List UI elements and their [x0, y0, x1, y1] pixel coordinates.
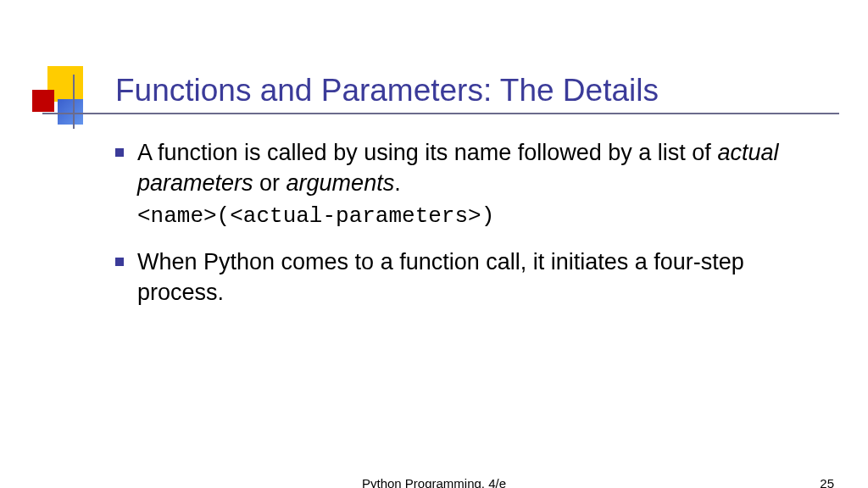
footer-center-text: Python Programming, 4/e	[362, 476, 506, 488]
bullet-text: A function is called by using its name f…	[137, 137, 836, 231]
italic-text: arguments	[287, 170, 395, 196]
text-run: or	[253, 170, 287, 196]
blue-square	[58, 99, 83, 125]
bullet-icon	[115, 258, 124, 266]
code-text: <name>(<actual-parameters>)	[137, 203, 494, 229]
text-run: .	[394, 170, 401, 196]
slide-decoration	[32, 66, 92, 125]
vertical-rule	[73, 75, 75, 129]
list-item: When Python comes to a function call, it…	[115, 247, 836, 308]
text-run: A function is called by using its name f…	[137, 140, 717, 165]
page-number: 25	[820, 476, 834, 488]
slide-content: A function is called by using its name f…	[115, 137, 836, 324]
list-item: A function is called by using its name f…	[115, 137, 836, 231]
bullet-icon	[115, 148, 124, 157]
bullet-text: When Python comes to a function call, it…	[137, 247, 836, 308]
red-square	[32, 90, 54, 112]
horizontal-rule	[42, 113, 839, 114]
slide-title: Functions and Parameters: The Details	[115, 73, 659, 108]
